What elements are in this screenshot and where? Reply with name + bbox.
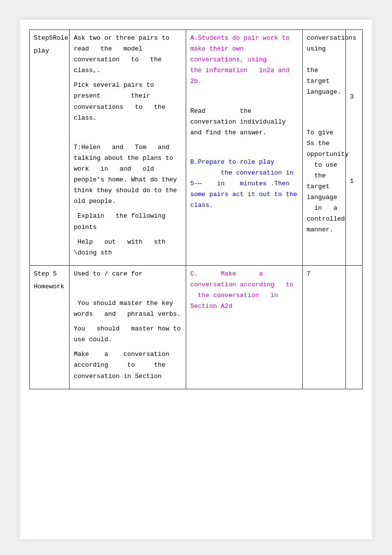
hw-number-7: 7 — [307, 270, 311, 278]
step5-conversations: conversations using the target language. — [307, 33, 342, 98]
cell-homework-col4: 7 — [302, 265, 345, 389]
cell-homework-numbers — [346, 265, 363, 389]
hw-used-to: Used to / care for — [74, 269, 182, 279]
cell-step5-numbers: 3 1 — [346, 30, 363, 266]
hw-master-could: You should master how to use could. — [74, 324, 182, 345]
step5-ask-pairs: Ask two or three pairs to read the model… — [74, 33, 182, 76]
cell-homework-col2: Used to / care for You should master the… — [70, 265, 186, 389]
table-row-1: Step5Role play Ask two or three pairs to… — [30, 30, 363, 266]
step5-t-helen: T:Helen and Tom and talking about the pl… — [74, 142, 182, 207]
hw-c-make: C. Make a conversation according to the … — [190, 269, 298, 312]
cell-step5-homework-label: Step 5 Homework — [30, 265, 70, 389]
step5-b-prepare: B.Prepare to role play the conversation … — [190, 157, 298, 211]
step5-play-text: play — [34, 46, 65, 56]
step5-read-conv: Read the conversation individually and f… — [190, 106, 298, 138]
table-row-2: Step 5 Homework Used to / care for You s… — [30, 265, 363, 389]
homework-label: Homework — [34, 281, 65, 292]
main-table: Step5Role play Ask two or three pairs to… — [29, 29, 363, 389]
step5-explain: Explain the following points — [74, 211, 182, 232]
cell-step5-col3: A.Students do pair work to make their ow… — [186, 30, 303, 266]
step5-a-students: A.Students do pair work to make their ow… — [190, 33, 298, 87]
step5-text: Step5Role — [34, 33, 65, 44]
cell-step5-col2: Ask two or three pairs to read the model… — [70, 30, 186, 266]
number-3: 3 — [350, 92, 358, 102]
step5-blank3 — [190, 142, 298, 153]
step5-blank1 — [74, 127, 182, 138]
hw-make-conv: Make a conversation according to the con… — [74, 349, 182, 381]
cell-step5-col4: conversations using the target language.… — [302, 30, 345, 266]
hw-blank — [74, 283, 182, 294]
step5-blank2 — [190, 91, 298, 101]
cell-homework-col3: C. Make a conversation according to the … — [186, 265, 303, 389]
step5-to-give: To give Ss the opportunity to use the ta… — [307, 127, 342, 236]
hw-master-keywords: You should master the key words and phra… — [74, 298, 182, 320]
number-1: 1 — [350, 176, 358, 187]
step5-pick-pairs: Pick several pairs to present their conv… — [74, 80, 182, 123]
step5-help-out: Help out with sth \doing sth — [74, 237, 182, 258]
step5-label: Step 5 — [34, 269, 65, 279]
page: Step5Role play Ask two or three pairs to… — [20, 20, 372, 539]
cell-step5-label: Step5Role play — [30, 30, 70, 266]
